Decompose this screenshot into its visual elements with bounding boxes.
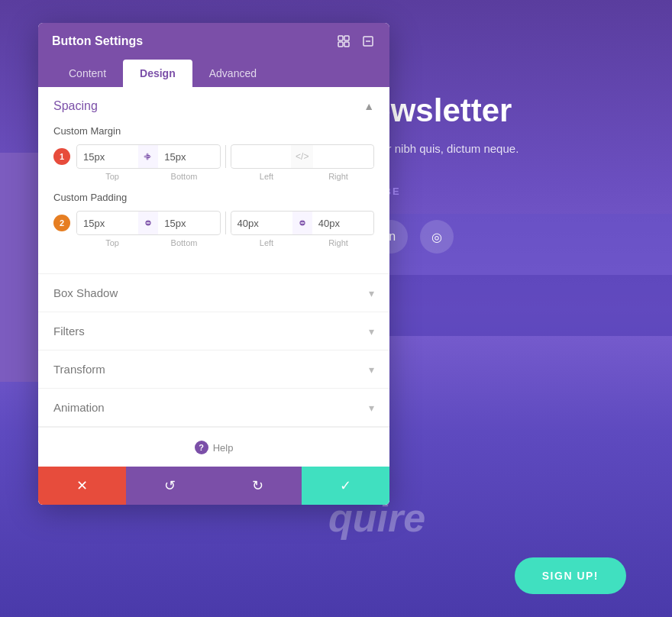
padding-labels: Top Bottom Left Right	[53, 238, 374, 247]
divider-2	[225, 212, 226, 234]
button-settings-panel: Button Settings Content	[38, 23, 389, 505]
margin-badge: 1	[53, 148, 70, 165]
help-link[interactable]: ? Help	[195, 441, 234, 454]
margin-bottom-label: Bottom	[148, 172, 220, 181]
spacing-section-header[interactable]: Spacing ▲	[38, 87, 389, 122]
transform-section[interactable]: Transform ▾	[38, 350, 389, 389]
panel-footer: ? Help	[38, 427, 389, 467]
action-bar: ✕ ↺ ↻ ✓	[38, 467, 389, 505]
tab-content[interactable]: Content	[52, 60, 123, 87]
padding-lr-link-icon[interactable]	[292, 212, 312, 234]
labels-spacer	[220, 172, 231, 181]
tab-design[interactable]: Design	[123, 60, 192, 87]
margin-left-right-pair: </>	[231, 144, 375, 169]
panel-header-icons	[336, 34, 376, 49]
padding-right-label: Right	[302, 238, 374, 247]
tab-advanced[interactable]: Advanced	[192, 60, 273, 87]
collapse-icon[interactable]	[360, 34, 376, 49]
panel-title: Button Settings	[52, 34, 143, 48]
panel-tabs: Content Design Advanced	[38, 60, 389, 87]
panel-header: Button Settings	[38, 23, 389, 60]
box-shadow-title: Box Shadow	[53, 286, 118, 299]
padding-bottom-input[interactable]	[158, 213, 219, 234]
filters-section[interactable]: Filters ▾	[38, 312, 389, 350]
help-icon: ?	[195, 441, 208, 454]
animation-section[interactable]: Animation ▾	[38, 389, 389, 427]
expand-icon[interactable]	[336, 34, 351, 49]
transform-chevron: ▾	[369, 363, 374, 376]
margin-top-label: Top	[76, 172, 148, 181]
box-shadow-section[interactable]: Box Shadow ▾	[38, 274, 389, 312]
panel-body: Spacing ▲ Custom Margin 1	[38, 87, 389, 505]
animation-chevron: ▾	[369, 402, 374, 414]
transform-title: Transform	[53, 363, 105, 376]
padding-link-icon[interactable]	[138, 212, 158, 234]
margin-label: Custom Margin	[53, 125, 374, 137]
instagram-icon[interactable]: ◎	[420, 220, 454, 254]
margin-code-icon[interactable]: </>	[291, 145, 313, 168]
svg-rect-1	[344, 36, 349, 40]
svg-rect-3	[344, 42, 349, 47]
animation-title: Animation	[53, 401, 105, 414]
cancel-button[interactable]: ✕	[38, 467, 126, 505]
svg-rect-2	[338, 42, 343, 47]
margin-bottom-input[interactable]	[158, 147, 219, 167]
margin-link-icon[interactable]	[138, 145, 158, 168]
padding-right-input[interactable]	[312, 213, 373, 234]
signup-button[interactable]: SIGN UP!	[515, 557, 626, 594]
margin-inputs-row: 1 </>	[53, 144, 374, 169]
filters-title: Filters	[53, 325, 85, 338]
filters-chevron: ▾	[369, 325, 374, 338]
margin-labels: Top Bottom Left Right	[53, 172, 374, 181]
svg-rect-0	[338, 36, 343, 40]
help-label: Help	[213, 442, 234, 454]
padding-top-label: Top	[76, 238, 148, 247]
margin-right-label: Right	[302, 172, 374, 181]
margin-top-bottom-pair	[76, 144, 221, 169]
padding-top-input[interactable]	[77, 213, 138, 234]
margin-left-input[interactable]	[231, 147, 292, 167]
confirm-button[interactable]: ✓	[302, 467, 389, 505]
padding-top-bottom-pair	[76, 211, 221, 235]
spacing-title: Spacing	[53, 99, 98, 113]
margin-right-input[interactable]	[313, 147, 373, 167]
padding-left-right-pair	[231, 211, 375, 235]
labels-spacer-2	[220, 238, 231, 247]
spacing-toggle-icon[interactable]: ▲	[363, 100, 374, 112]
padding-inputs-row: 2	[53, 211, 374, 235]
spacing-section: Spacing ▲ Custom Margin 1	[38, 87, 389, 274]
redo-button[interactable]: ↻	[214, 467, 302, 505]
undo-button[interactable]: ↺	[126, 467, 214, 505]
padding-left-input[interactable]	[231, 213, 292, 234]
margin-left-label: Left	[231, 172, 302, 181]
spacing-content: Custom Margin 1	[38, 122, 389, 273]
padding-badge: 2	[53, 215, 70, 231]
padding-bottom-label: Bottom	[148, 238, 220, 247]
margin-top-input[interactable]	[77, 147, 138, 167]
divider	[225, 145, 226, 168]
box-shadow-chevron: ▾	[369, 287, 374, 299]
padding-left-label: Left	[231, 238, 302, 247]
padding-label: Custom Padding	[53, 192, 374, 203]
